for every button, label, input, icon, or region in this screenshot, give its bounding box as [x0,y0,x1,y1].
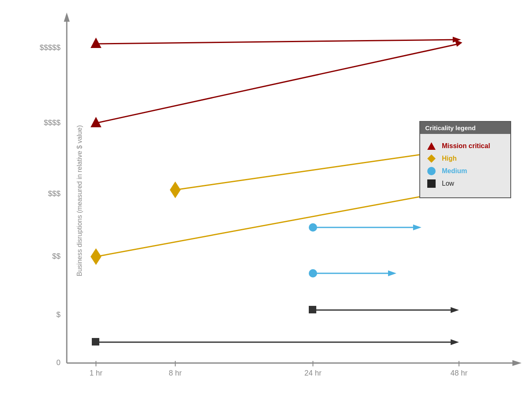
svg-marker-41 [451,339,459,345]
svg-point-44 [427,167,436,175]
svg-marker-43 [427,154,436,163]
svg-marker-25 [170,182,181,198]
svg-marker-28 [91,248,101,265]
legend-label-medium: Medium [442,167,467,175]
legend-icon-medium [427,166,439,176]
svg-line-21 [96,44,459,123]
legend-box: Criticality legend Mission critical High [419,121,511,198]
svg-point-34 [309,269,317,277]
svg-text:$$$$$: $$$$$ [40,43,61,52]
svg-marker-1 [64,13,70,22]
svg-marker-35 [388,270,396,276]
svg-marker-32 [413,224,421,230]
svg-rect-37 [309,306,316,313]
svg-marker-3 [512,360,522,366]
svg-marker-20 [91,38,101,48]
svg-rect-45 [427,179,436,188]
svg-text:8 hr: 8 hr [169,369,182,377]
legend-item-low: Low [427,179,504,188]
legend-label-low: Low [442,180,454,187]
legend-label-high: High [442,155,457,162]
svg-text:$: $ [56,310,61,319]
legend-icon-mission-critical [427,141,439,151]
svg-marker-23 [455,40,462,47]
legend-body: Mission critical High Medium [420,134,510,197]
legend-item-high: High [427,154,504,163]
svg-text:48 hr: 48 hr [450,369,467,377]
legend-icon-low [427,179,439,188]
legend-title: Criticality legend [420,122,510,134]
svg-marker-42 [427,142,436,150]
svg-line-27 [96,190,457,257]
chart-container: 1 hr 8 hr 24 hr 48 hr 0 $ $$ $$$ $$$$ $$… [0,0,532,401]
svg-text:0: 0 [56,358,61,367]
svg-text:$$$: $$$ [48,189,61,198]
legend-item-mission-critical: Mission critical [427,141,504,151]
legend-label-mission-critical: Mission critical [442,142,490,150]
svg-text:1 hr: 1 hr [89,369,102,377]
legend-icon-high [427,154,439,163]
svg-line-24 [175,149,457,190]
svg-marker-38 [451,307,459,313]
svg-point-31 [309,223,317,232]
legend-item-medium: Medium [427,166,504,176]
svg-rect-40 [92,338,99,346]
svg-text:$$$$: $$$$ [44,119,61,127]
svg-line-18 [96,40,457,44]
svg-text:24 hr: 24 hr [304,369,321,377]
svg-text:$$: $$ [52,252,61,260]
y-axis-label: Business disruptions (measured in relati… [76,125,83,276]
